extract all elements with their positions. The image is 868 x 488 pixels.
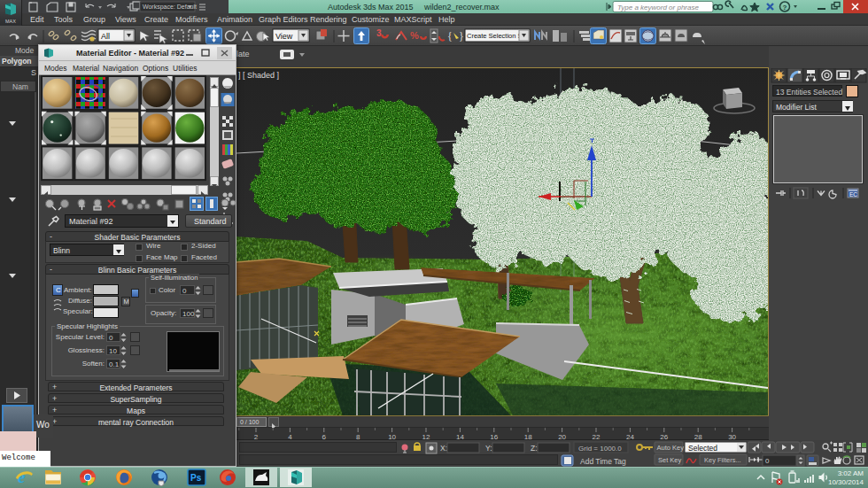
svg-text:Add Time Tag: Add Time Tag: [580, 457, 626, 466]
svg-text:30: 30: [728, 433, 736, 441]
svg-text:26: 26: [660, 433, 668, 441]
svg-text:Selected: Selected: [688, 444, 717, 453]
svg-text:8: 8: [356, 433, 360, 441]
svg-text:10/30/2014: 10/30/2014: [828, 478, 864, 486]
svg-text:}: }: [459, 30, 464, 43]
svg-text:16: 16: [490, 433, 498, 441]
svg-text:0: 0: [765, 457, 770, 465]
svg-text:3:02 AM: 3:02 AM: [838, 469, 864, 477]
svg-text:14: 14: [456, 433, 464, 441]
svg-text:22: 22: [593, 433, 601, 441]
svg-text:20: 20: [558, 433, 566, 441]
svg-text:Set Key: Set Key: [658, 456, 682, 464]
svg-text:MAX: MAX: [5, 19, 16, 24]
svg-text:18: 18: [524, 433, 532, 441]
svg-text:3: 3: [376, 28, 382, 38]
svg-text:4: 4: [288, 433, 292, 441]
svg-text:28: 28: [694, 433, 702, 441]
svg-text:Workspace: Default: Workspace: Default: [143, 4, 197, 11]
svg-text:Auto Key: Auto Key: [657, 444, 685, 452]
svg-text:{: {: [447, 30, 453, 43]
svg-text:Ps: Ps: [190, 473, 202, 483]
svg-text:2: 2: [254, 433, 259, 441]
svg-text:24: 24: [626, 433, 634, 441]
svg-text:Create Selection Se: Create Selection Se: [467, 32, 526, 40]
svg-text:Key Filters...: Key Filters...: [704, 456, 741, 464]
svg-text:View: View: [275, 32, 293, 41]
svg-text:6: 6: [322, 433, 327, 441]
svg-text:?: ?: [783, 4, 787, 12]
svg-text:12: 12: [422, 433, 430, 441]
svg-text:All: All: [101, 32, 110, 41]
svg-text:Grid = 1000.0: Grid = 1000.0: [578, 445, 622, 453]
svg-text:10: 10: [388, 433, 396, 441]
svg-text:Y:: Y:: [485, 444, 492, 453]
svg-text:X:: X:: [440, 444, 447, 453]
svg-text:EC: EC: [849, 191, 857, 198]
svg-text:Type a keyword or phrase: Type a keyword or phrase: [617, 4, 699, 12]
svg-text:%: %: [410, 30, 419, 41]
svg-text:Z:: Z:: [531, 444, 538, 453]
